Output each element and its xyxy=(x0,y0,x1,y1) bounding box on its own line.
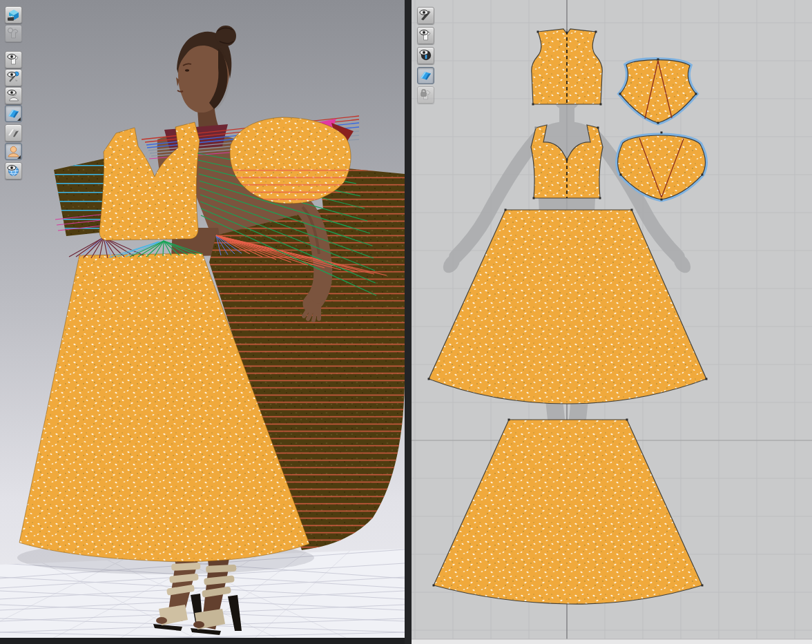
fabric-fold-blue-icon xyxy=(419,69,432,82)
show-fabric-texture-2d-button[interactable] xyxy=(417,67,434,84)
avatar-display-mode-button[interactable] xyxy=(5,143,22,160)
panel-divider[interactable] xyxy=(405,0,412,644)
simulate-cube-icon xyxy=(7,8,20,21)
eye-icon xyxy=(7,164,17,171)
pattern-2d-bodice-back[interactable] xyxy=(532,29,602,106)
window-edge xyxy=(0,638,405,644)
show-pins-button[interactable] xyxy=(5,69,22,86)
scrollbar-strip[interactable] xyxy=(412,639,812,644)
show-pattern-info-button[interactable] xyxy=(417,47,434,64)
viewport-3d[interactable] xyxy=(0,0,405,644)
scene-3d[interactable] xyxy=(0,0,405,644)
garment-design-app xyxy=(0,0,812,644)
dropdown-corner xyxy=(17,155,21,159)
show-fabric-texture-button[interactable] xyxy=(5,105,22,122)
eye-icon xyxy=(419,29,429,36)
lock-icon xyxy=(419,88,429,97)
eye-icon xyxy=(419,9,429,16)
scene-2d[interactable] xyxy=(412,0,812,644)
show-seams-button[interactable] xyxy=(417,7,434,24)
fabric-fold-gray-icon xyxy=(7,126,20,139)
dropdown-corner xyxy=(17,117,21,121)
show-avatar-button[interactable] xyxy=(5,87,22,104)
show-environment-button[interactable] xyxy=(5,162,22,179)
simulate-button[interactable] xyxy=(5,6,22,23)
show-patterns-button[interactable] xyxy=(417,27,434,44)
eye-icon xyxy=(7,89,17,96)
lock-patterns-button[interactable] xyxy=(417,86,434,104)
eye-icon xyxy=(7,71,17,78)
eye-icon xyxy=(419,49,429,56)
disabled-dot xyxy=(7,27,17,34)
fabric-surface-button[interactable] xyxy=(5,124,22,142)
show-garment-button[interactable] xyxy=(5,51,22,68)
eye-icon xyxy=(7,53,17,60)
viewport-2d[interactable] xyxy=(412,0,812,644)
garment-display-button[interactable] xyxy=(5,25,22,42)
